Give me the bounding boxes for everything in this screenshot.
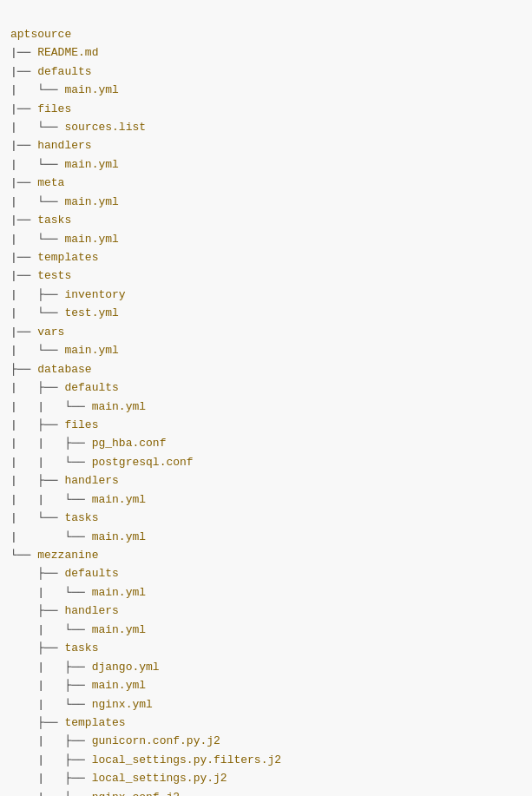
tree-node-name: main.yml [92, 493, 146, 506]
tree-node-name: local_settings.py.filters.j2 [92, 753, 281, 766]
tree-line: |── templates [10, 248, 522, 266]
tree-line: | ├── local_settings.py.j2 [10, 769, 522, 787]
tree-line: | └── tasks [10, 509, 522, 527]
tree-line: | └── main.yml [10, 81, 522, 99]
tree-prefix: |── [10, 102, 37, 115]
tree-line: |── tests [10, 266, 522, 285]
tree-line: | └── main.yml [10, 230, 522, 248]
tree-node-name: sources.list [64, 121, 146, 134]
tree-node-name: main.yml [92, 623, 146, 636]
tree-prefix: | └── [10, 158, 64, 171]
tree-node-name[interactable]: defaults [64, 567, 118, 580]
tree-node-name[interactable]: defaults [37, 65, 91, 78]
tree-prefix: |── [10, 326, 37, 339]
tree-node-name[interactable]: mezzanine [37, 549, 98, 562]
tree-node-name[interactable]: database [37, 363, 91, 376]
tree-line: | └── test.yml [10, 304, 522, 322]
tree-node-name[interactable]: tasks [64, 511, 98, 524]
tree-prefix: | └── [10, 511, 64, 524]
tree-node-name[interactable]: files [37, 102, 71, 115]
tree-prefix: | | ├── [10, 437, 92, 450]
tree-prefix: ├── [10, 567, 64, 580]
tree-line: | ├── inventory [10, 286, 522, 304]
tree-node-name: main.yml [92, 530, 146, 543]
tree-line: ├── database [10, 360, 522, 378]
tree-line: | ├── local_settings.py.filters.j2 [10, 751, 522, 769]
tree-node-name: main.yml [64, 344, 118, 357]
tree-node-name[interactable]: vars [37, 326, 64, 339]
tree-node-name[interactable]: meta [37, 176, 64, 189]
tree-node-name[interactable]: templates [64, 716, 125, 729]
tree-prefix: ├── [10, 604, 64, 617]
tree-line: |── vars [10, 323, 522, 341]
tree-node-name[interactable]: templates [37, 251, 98, 264]
tree-node-name[interactable]: defaults [64, 381, 118, 394]
tree-line: ├── templates [10, 714, 522, 732]
tree-node-name: local_settings.py.j2 [92, 772, 227, 785]
tree-prefix: ├── [10, 363, 37, 376]
tree-node-name: nginx.conf.j2 [92, 791, 180, 796]
tree-prefix: | └── [10, 195, 64, 208]
tree-prefix: | └── [10, 83, 64, 96]
tree-prefix: └── [10, 549, 37, 562]
tree-node-name[interactable]: tests [37, 269, 71, 282]
tree-prefix: | └── [10, 306, 64, 319]
tree-prefix: | ├── [10, 418, 64, 431]
tree-prefix: |── [10, 176, 37, 189]
tree-line: | | ├── pg_hba.conf [10, 434, 522, 452]
tree-prefix: | ├── [10, 661, 92, 674]
tree-prefix: | ├── [10, 791, 92, 796]
tree-node-name: main.yml [64, 158, 118, 171]
tree-node-name[interactable]: handlers [64, 474, 118, 487]
tree-prefix: |── [10, 214, 37, 227]
tree-prefix: | └── [10, 698, 92, 711]
tree-node-name: main.yml [64, 83, 118, 96]
tree-line: | ├── nginx.conf.j2 [10, 788, 522, 796]
tree-prefix: |── [10, 46, 37, 59]
tree-line: |── defaults [10, 62, 522, 81]
tree-line: |── handlers [10, 136, 522, 155]
tree-node-name: README.md [37, 46, 98, 59]
tree-node-name: pg_hba.conf [92, 437, 167, 450]
tree-prefix: | └── [10, 233, 64, 246]
tree-prefix: | | └── [10, 456, 92, 469]
tree-prefix: | | └── [10, 493, 92, 506]
tree-prefix: | └── [10, 121, 64, 134]
tree-line: | ├── django.yml [10, 658, 522, 676]
tree-line: |── files [10, 100, 522, 118]
tree-prefix: |── [10, 65, 37, 78]
tree-line: | └── main.yml [10, 193, 522, 211]
tree-node-name: test.yml [64, 306, 118, 319]
tree-node-name[interactable]: tasks [37, 214, 71, 227]
tree-line: | | └── main.yml [10, 490, 522, 509]
tree-prefix: | ├── [10, 288, 64, 301]
tree-node-name: main.yml [64, 233, 118, 246]
tree-line: |── README.md [10, 43, 522, 62]
tree-node-name[interactable]: aptsource [10, 28, 71, 41]
tree-prefix: | ├── [10, 474, 64, 487]
tree-line: |── tasks [10, 211, 522, 229]
tree-line: | ├── main.yml [10, 676, 522, 694]
tree-prefix: | ├── [10, 734, 92, 747]
tree-prefix: | ├── [10, 679, 92, 692]
tree-node-name: inventory [64, 288, 125, 301]
tree-line: | └── main.yml [10, 621, 522, 639]
tree-node-name[interactable]: handlers [37, 139, 91, 152]
tree-prefix: |── [10, 251, 37, 264]
tree-prefix: | ├── [10, 772, 92, 785]
tree-prefix: ├── [10, 641, 64, 655]
tree-line: | └── main.yml [10, 528, 522, 546]
tree-node-name[interactable]: handlers [64, 604, 118, 617]
tree-line: | ├── handlers [10, 471, 522, 490]
tree-prefix: |── [10, 139, 37, 152]
tree-line: | └── main.yml [10, 583, 522, 602]
tree-node-name[interactable]: tasks [64, 641, 98, 655]
tree-prefix: |── [10, 269, 37, 282]
file-tree: aptsource|── README.md|── defaults| └── … [10, 7, 522, 796]
tree-line: | | └── postgresql.conf [10, 453, 522, 471]
tree-line: | └── nginx.yml [10, 695, 522, 714]
tree-prefix: | ├── [10, 753, 92, 766]
tree-node-name[interactable]: files [64, 418, 98, 431]
tree-node-name: main.yml [64, 195, 118, 208]
tree-line: ├── defaults [10, 564, 522, 582]
